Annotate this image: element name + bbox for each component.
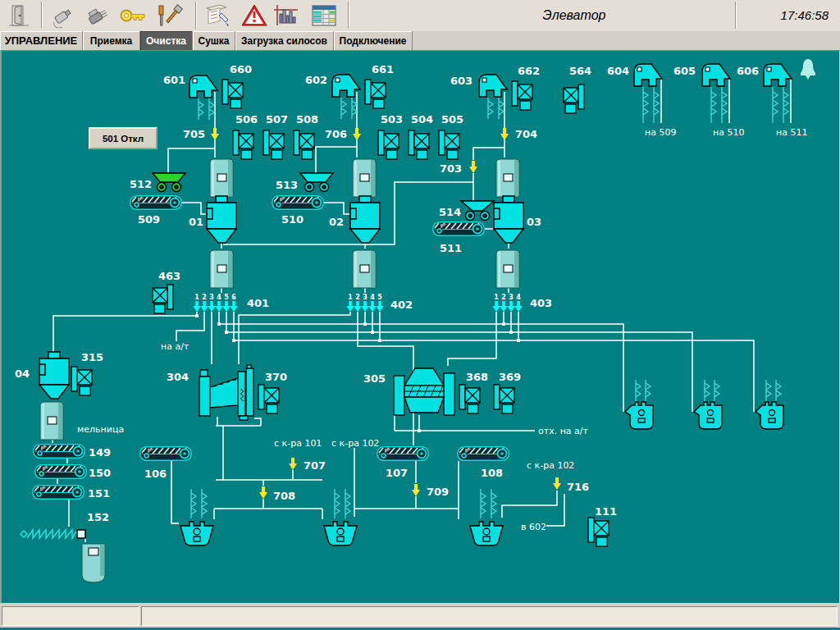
cable-icon xyxy=(50,3,76,28)
valve-508[interactable] xyxy=(294,130,314,159)
label-510: 510 xyxy=(281,213,304,226)
valve-505[interactable] xyxy=(439,130,459,159)
login-key-button[interactable] xyxy=(116,2,150,30)
noria-boot-1[interactable] xyxy=(180,489,213,546)
noria-boot-2[interactable] xyxy=(324,489,357,546)
toolbar: Элеватор 17:46:58 xyxy=(0,0,840,32)
button-501-otkl[interactable]: 501 Откл xyxy=(89,127,158,149)
separator-03[interactable] xyxy=(494,196,523,243)
conveyor-510[interactable] xyxy=(272,196,324,210)
noria-boot-3[interactable] xyxy=(470,489,503,546)
settings-tools-button[interactable] xyxy=(152,2,186,30)
port-label: 5 xyxy=(377,294,382,301)
valve-368[interactable] xyxy=(459,385,480,413)
status-panel-right xyxy=(141,606,838,626)
tank-below-03[interactable] xyxy=(496,250,519,288)
alarm-icon xyxy=(240,3,268,28)
mill-tank[interactable] xyxy=(40,402,63,440)
noria-head-606[interactable] xyxy=(764,64,792,123)
label-704: 704 xyxy=(515,128,537,140)
distributor-402[interactable]: 1 2 3 4 5 xyxy=(346,294,384,312)
conveyor-107[interactable] xyxy=(377,447,429,461)
label-149: 149 xyxy=(89,446,111,459)
conveyor-509[interactable] xyxy=(130,196,182,210)
valve-660[interactable] xyxy=(222,80,243,108)
bottom-tank[interactable] xyxy=(82,544,105,582)
separator-02[interactable] xyxy=(350,196,380,243)
valve-315[interactable] xyxy=(71,367,92,395)
valve-661[interactable] xyxy=(365,80,386,108)
valve-506[interactable] xyxy=(233,130,253,159)
cart-514[interactable] xyxy=(461,201,494,221)
tank-above-02[interactable] xyxy=(353,159,376,197)
port-label: 5 xyxy=(224,294,229,301)
label-508: 508 xyxy=(296,113,318,126)
valve-463[interactable] xyxy=(153,285,173,313)
gate-716[interactable] xyxy=(553,477,561,490)
label-716: 716 xyxy=(567,481,589,493)
tab-priemka[interactable]: Приемка xyxy=(83,31,140,50)
noria-boot-right-2[interactable] xyxy=(694,380,722,429)
tank-above-03[interactable] xyxy=(496,159,519,197)
valve-564[interactable] xyxy=(564,84,584,113)
gate-707[interactable] xyxy=(289,458,297,470)
distributor-401[interactable]: 1 2 3 4 5 6 xyxy=(193,294,237,312)
noria-head-604[interactable] xyxy=(634,64,662,123)
gate-703[interactable] xyxy=(469,161,477,173)
noria-boot-right-1[interactable] xyxy=(625,380,653,429)
toolbar-separator xyxy=(195,2,197,29)
gate-708[interactable] xyxy=(259,486,267,499)
tank-below-01[interactable] xyxy=(210,250,233,288)
tab-zagruzka-silosov[interactable]: Загрузка силосов xyxy=(235,31,334,50)
tank-above-01[interactable] xyxy=(210,159,233,197)
label-512: 512 xyxy=(130,178,152,190)
connect-button[interactable] xyxy=(46,2,80,30)
tab-ochistka[interactable]: Очистка xyxy=(140,31,193,50)
tab-bar-filler xyxy=(413,31,840,50)
valve-369[interactable] xyxy=(494,385,514,413)
noria-head-603[interactable] xyxy=(479,75,507,119)
trends-button[interactable] xyxy=(269,2,304,30)
machine-304[interactable] xyxy=(199,365,253,420)
separator-01[interactable] xyxy=(207,196,236,243)
tank-below-02[interactable] xyxy=(353,250,376,288)
journal-button[interactable] xyxy=(201,2,235,30)
valve-507[interactable] xyxy=(263,130,284,159)
gate-706[interactable] xyxy=(353,128,361,140)
gate-705[interactable] xyxy=(211,128,219,140)
conveyor-108[interactable] xyxy=(458,447,509,461)
toolbar-separator xyxy=(735,2,737,29)
tab-upravlenie[interactable]: УПРАВЛЕНИЕ xyxy=(0,31,83,50)
noria-head-602[interactable] xyxy=(332,75,360,119)
cart-513[interactable] xyxy=(300,173,333,192)
conveyor-150[interactable] xyxy=(35,465,87,479)
distributor-403[interactable]: 1 2 3 4 xyxy=(492,294,523,312)
conveyor-511[interactable] xyxy=(433,222,485,236)
conveyor-149[interactable] xyxy=(34,445,85,459)
conveyor-151[interactable] xyxy=(33,486,84,500)
noria-head-601[interactable] xyxy=(189,75,217,120)
cart-512[interactable] xyxy=(153,173,185,192)
conveyor-106[interactable] xyxy=(140,447,192,461)
bell-icon[interactable] xyxy=(801,59,815,80)
tab-sushka[interactable]: Сушка xyxy=(193,31,235,50)
exit-button[interactable] xyxy=(3,2,38,30)
valve-370[interactable] xyxy=(258,385,279,413)
alarms-button[interactable] xyxy=(237,2,272,30)
valve-662[interactable] xyxy=(512,81,532,110)
valve-504[interactable] xyxy=(409,130,429,159)
reports-table-button[interactable] xyxy=(307,2,341,30)
label-708: 708 xyxy=(273,490,295,502)
valve-111[interactable] xyxy=(588,518,609,546)
noria-head-605[interactable] xyxy=(702,64,730,123)
separator-04[interactable] xyxy=(39,352,69,399)
gate-709[interactable] xyxy=(412,484,420,496)
disconnect-button[interactable] xyxy=(80,2,115,30)
machine-305[interactable] xyxy=(394,368,454,415)
screw-conveyor-152[interactable] xyxy=(21,530,85,538)
noria-boot-right-3[interactable] xyxy=(756,380,783,429)
tab-podklyuchenie[interactable]: Подключение xyxy=(334,31,413,50)
gate-704[interactable] xyxy=(500,128,509,140)
label-703: 703 xyxy=(440,162,462,175)
valve-503[interactable] xyxy=(378,130,399,159)
